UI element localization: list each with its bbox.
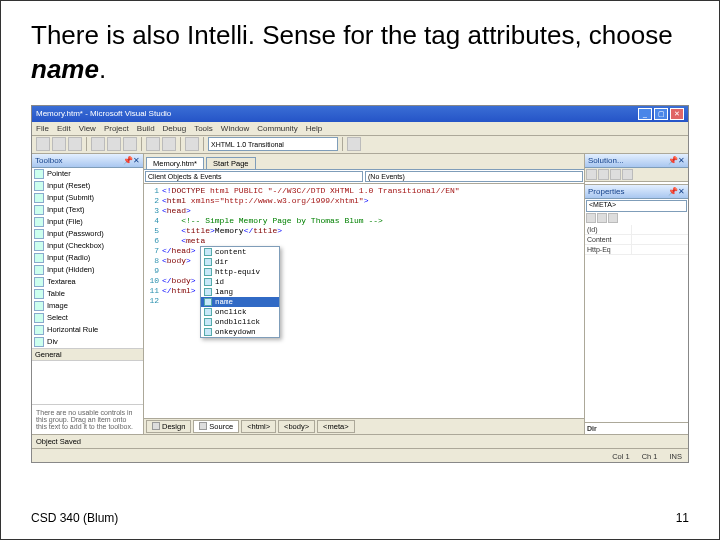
- toolbox-item[interactable]: Input (Submit): [32, 192, 143, 204]
- intellisense-item[interactable]: ondblclick: [201, 317, 279, 327]
- editor-object-dropdown[interactable]: Client Objects & Events: [145, 171, 363, 182]
- vs-title: Memory.htm* - Microsoft Visual Studio: [36, 109, 171, 118]
- open-icon[interactable]: [52, 137, 66, 151]
- toolbox-header: Toolbox 📌 ✕: [32, 154, 143, 168]
- breadcrumb-body[interactable]: <body>: [278, 420, 315, 433]
- vs-titlebar: Memory.htm* - Microsoft Visual Studio _ …: [32, 106, 688, 122]
- toolbox-item[interactable]: Input (File): [32, 216, 143, 228]
- toolbox-item[interactable]: Input (Radio): [32, 252, 143, 264]
- intellisense-item[interactable]: dir: [201, 257, 279, 267]
- tool-icon: [34, 337, 44, 347]
- cut-icon[interactable]: [91, 137, 105, 151]
- toolbox-item[interactable]: Table: [32, 288, 143, 300]
- props-icon[interactable]: [586, 169, 597, 180]
- output-tab[interactable]: Object Saved: [36, 437, 81, 446]
- new-icon[interactable]: [36, 137, 50, 151]
- refresh-icon[interactable]: [610, 169, 621, 180]
- editor-tab-memory[interactable]: Memory.htm*: [146, 157, 204, 169]
- source-tab[interactable]: Source: [193, 420, 239, 433]
- title-emphasis: name: [31, 54, 99, 84]
- properties-header: Properties📌✕: [585, 185, 688, 199]
- paste-icon[interactable]: [123, 137, 137, 151]
- breadcrumb-meta[interactable]: <meta>: [317, 420, 354, 433]
- menu-build[interactable]: Build: [137, 124, 155, 133]
- tool-icon: [34, 289, 44, 299]
- events-icon[interactable]: [608, 213, 618, 223]
- redo-icon[interactable]: [162, 137, 176, 151]
- attr-icon: [204, 268, 212, 276]
- nest-icon[interactable]: [622, 169, 633, 180]
- editor-tab-startpage[interactable]: Start Page: [206, 157, 255, 169]
- breadcrumb-html[interactable]: <html>: [241, 420, 276, 433]
- toolbox-item[interactable]: Pointer: [32, 168, 143, 180]
- toolbox-section[interactable]: General: [32, 348, 143, 361]
- close-button[interactable]: ✕: [670, 108, 684, 120]
- menu-help[interactable]: Help: [306, 124, 322, 133]
- play-icon[interactable]: [185, 137, 199, 151]
- maximize-button[interactable]: ▢: [654, 108, 668, 120]
- toolbox-item[interactable]: Input (Checkbox): [32, 240, 143, 252]
- toolbox-item[interactable]: Image: [32, 300, 143, 312]
- pin-icon[interactable]: 📌: [668, 156, 678, 165]
- undo-icon[interactable]: [146, 137, 160, 151]
- menu-tools[interactable]: Tools: [194, 124, 213, 133]
- pointer-icon: [34, 169, 44, 179]
- menu-edit[interactable]: Edit: [57, 124, 71, 133]
- toolbox-item[interactable]: Div: [32, 336, 143, 348]
- save-icon[interactable]: [68, 137, 82, 151]
- title-suffix: .: [99, 54, 106, 84]
- toolbox-item[interactable]: Input (Text): [32, 204, 143, 216]
- menu-community[interactable]: Community: [257, 124, 297, 133]
- intellisense-item[interactable]: lang: [201, 287, 279, 297]
- vs-menubar: File Edit View Project Build Debug Tools…: [32, 122, 688, 136]
- toolbox-item[interactable]: Textarea: [32, 276, 143, 288]
- design-tab[interactable]: Design: [146, 420, 191, 433]
- intellisense-item[interactable]: onkeydown: [201, 327, 279, 337]
- screenshot: Memory.htm* - Microsoft Visual Studio _ …: [31, 105, 689, 463]
- alpha-icon[interactable]: [597, 213, 607, 223]
- vs-toolbar: XHTML 1.0 Transitional: [32, 136, 688, 154]
- property-grid[interactable]: (Id) Content Http-Eq: [585, 225, 688, 422]
- tool-icon: [34, 193, 44, 203]
- intellisense-item[interactable]: id: [201, 277, 279, 287]
- tool-icon: [34, 313, 44, 323]
- tool-icon: [34, 229, 44, 239]
- solution-toolbar: [585, 168, 688, 182]
- tool-icon: [34, 277, 44, 287]
- menu-file[interactable]: File: [36, 124, 49, 133]
- attr-icon: [204, 258, 212, 266]
- menu-window[interactable]: Window: [221, 124, 249, 133]
- intellisense-item-selected[interactable]: name: [201, 297, 279, 307]
- minimize-button[interactable]: _: [638, 108, 652, 120]
- panel-close-icon[interactable]: ✕: [133, 156, 140, 165]
- editor-event-dropdown[interactable]: (No Events): [365, 171, 583, 182]
- doctype-dropdown[interactable]: XHTML 1.0 Transitional: [208, 137, 338, 151]
- toolbox-item[interactable]: Input (Reset): [32, 180, 143, 192]
- validate-icon[interactable]: [347, 137, 361, 151]
- intellisense-item[interactable]: content: [201, 247, 279, 257]
- showall-icon[interactable]: [598, 169, 609, 180]
- toolbox-item[interactable]: Input (Hidden): [32, 264, 143, 276]
- properties-selector[interactable]: <META>: [586, 200, 687, 212]
- tool-icon: [34, 325, 44, 335]
- panel-close-icon[interactable]: ✕: [678, 187, 685, 196]
- menu-debug[interactable]: Debug: [163, 124, 187, 133]
- intellisense-item[interactable]: onclick: [201, 307, 279, 317]
- toolbox-item[interactable]: Select: [32, 312, 143, 324]
- categorize-icon[interactable]: [586, 213, 596, 223]
- pin-icon[interactable]: 📌: [123, 156, 133, 165]
- menu-project[interactable]: Project: [104, 124, 129, 133]
- tool-icon: [34, 181, 44, 191]
- copy-icon[interactable]: [107, 137, 121, 151]
- code-editor[interactable]: 123456789101112 <!DOCTYPE html PUBLIC "-…: [144, 184, 584, 418]
- line-gutter: 123456789101112: [146, 186, 162, 416]
- tool-icon: [34, 241, 44, 251]
- panel-close-icon[interactable]: ✕: [678, 156, 685, 165]
- toolbox-item[interactable]: Horizontal Rule: [32, 324, 143, 336]
- menu-view[interactable]: View: [79, 124, 96, 133]
- intellisense-item[interactable]: http-equiv: [201, 267, 279, 277]
- intellisense-popup[interactable]: content dir http-equiv id lang name oncl…: [200, 246, 280, 338]
- statusbar: Col 1 Ch 1 INS: [32, 448, 688, 463]
- pin-icon[interactable]: 📌: [668, 187, 678, 196]
- toolbox-item[interactable]: Input (Password): [32, 228, 143, 240]
